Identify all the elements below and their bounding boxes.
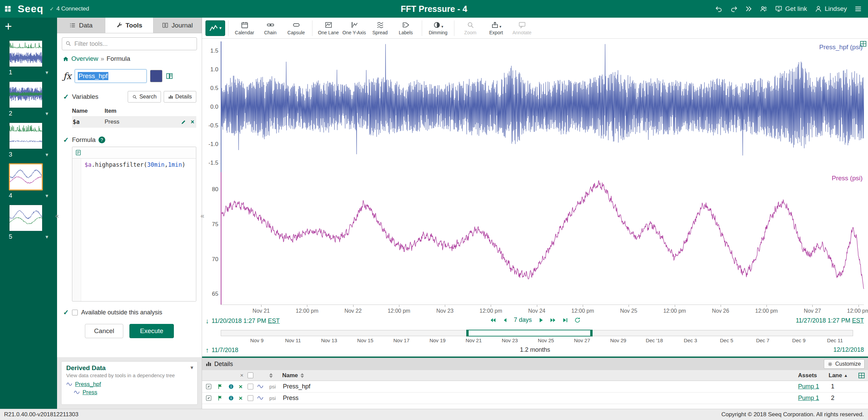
chevron-down-icon[interactable]: ▾ [46,234,48,240]
step-back-button[interactable] [502,317,508,324]
select-all-checkbox[interactable] [248,372,253,378]
worksheet-thumbnail[interactable] [9,163,43,190]
worksheet-item-4-selected[interactable]: 4▾ [0,162,57,200]
insert-template-icon[interactable] [75,149,82,156]
derived-data-title[interactable]: Derived Data [66,364,193,372]
collaborators-button[interactable] [760,5,767,13]
variables-details-button[interactable]: Details [164,91,196,103]
item-name[interactable]: Press [283,392,299,404]
toolbar-export[interactable]: ▾Export [483,19,509,38]
press-y-axis[interactable] [221,172,221,305]
connection-status[interactable]: ✓ 4 Connected [50,5,89,12]
chevron-down-icon[interactable]: ▾ [46,193,48,199]
toolbar-calendar[interactable]: Calendar [232,19,257,38]
remove-item-icon[interactable]: × [239,381,242,392]
details-col-assets[interactable]: Assets [798,370,817,381]
formula-code[interactable]: $a.highpassfilter(30min,1min) [81,159,189,301]
range-start-timezone[interactable]: EST [268,317,280,324]
chevron-down-icon[interactable]: ▾ [46,110,48,117]
toolbar-capsule[interactable]: Capsule [283,19,309,38]
skip-to-start-button[interactable] [489,317,496,324]
details-col-lane[interactable]: Lane▲ [829,370,848,381]
chevron-down-icon[interactable]: ▾ [191,364,193,371]
info-icon[interactable] [228,381,234,392]
item-properties-icon[interactable] [166,72,173,80]
toolbar-spread[interactable]: Spread [367,19,393,38]
undo-button[interactable] [715,5,723,13]
range-end-timezone[interactable]: EST [852,317,864,324]
chevron-down-icon[interactable]: ▾ [46,151,48,158]
add-worksheet-button[interactable]: + [5,20,12,33]
variables-search-button[interactable]: Search [128,91,161,103]
derived-item-link[interactable]: Press_hpf [75,381,101,388]
edit-variable-icon[interactable] [181,119,186,125]
user-menu-button[interactable]: Lindsey [815,5,847,13]
seeq-logo[interactable]: Seeq [18,3,43,15]
press-hpf-y-axis[interactable] [221,41,221,172]
timeline-selection[interactable] [466,330,593,336]
item-name[interactable]: Press_hpf [283,381,310,392]
collapse-tools-handle[interactable]: « [200,209,205,222]
worksheet-thumbnail[interactable] [9,122,43,149]
toolbar-labels[interactable]: Labels [393,19,419,38]
row-checkbox[interactable] [248,384,253,389]
redo-button[interactable] [730,5,738,13]
step-forward-button[interactable] [537,317,544,324]
x-axis[interactable] [221,305,864,305]
remove-variable-icon[interactable]: × [191,118,194,126]
collapse-worksheets-handle[interactable]: « [54,209,60,222]
available-checkbox[interactable] [72,310,78,315]
refresh-button[interactable] [574,317,581,324]
home-icon[interactable] [62,56,69,62]
breadcrumb-overview[interactable]: Overview [71,55,98,62]
color-swatch-button[interactable] [150,70,162,82]
edit-item-icon[interactable] [205,381,212,392]
timeline-start-date[interactable]: 11/7/2018 [212,347,238,354]
tab-data[interactable]: Data [57,18,105,33]
info-icon[interactable] [228,392,234,404]
range-end[interactable]: 11/27/2018 1:27 PM EST [796,317,864,324]
row-checkbox[interactable] [248,395,253,401]
toolbar-one-lane[interactable]: One Lane [315,19,341,38]
timeline-track[interactable] [221,330,853,336]
apps-grid-button[interactable] [4,5,12,13]
timeline-duration[interactable]: 1.2 months [520,346,550,353]
press-hpf-chart[interactable] [221,41,864,172]
column-settings-icon[interactable] [858,370,865,381]
derived-item[interactable]: Press [74,389,193,396]
range-start[interactable]: 11/20/2018 1:27 PM EST [212,317,280,325]
cancel-button[interactable]: Cancel [85,324,123,338]
details-row-press[interactable]: × psi Press Pump 1 2 [202,392,868,404]
main-menu-button[interactable] [854,5,862,13]
toolbar-one-y-axis[interactable]: One Y-Axis [341,19,367,38]
trend-view-button[interactable]: ▾ [205,20,225,36]
range-duration[interactable]: 7 days [514,316,532,324]
fast-forward-button[interactable] [549,317,556,324]
worksheet-item-2[interactable]: 2▾ [0,80,57,117]
get-link-button[interactable]: Get link [775,5,807,13]
details-col-name[interactable]: Name [282,370,304,381]
sort-icon[interactable] [269,370,273,381]
toolbar-dimming[interactable]: ▾Dimming [425,19,451,38]
tab-tools[interactable]: Tools [105,18,153,33]
worksheet-thumbnail[interactable] [9,81,43,108]
chevron-down-icon[interactable]: ▾ [46,69,48,76]
sort-icon[interactable] [301,373,304,378]
details-row-press-hpf[interactable]: × psi Press_hpf Pump 1 1 [202,381,868,392]
worksheet-item-3[interactable]: 3▾ [0,121,57,159]
worksheet-thumbnail[interactable] [9,40,43,67]
execute-button[interactable]: Execute [129,324,174,338]
worksheet-item-5[interactable]: 5▾ [0,203,57,241]
customize-button[interactable]: Customize [824,359,865,369]
worksheet-item-1[interactable]: 1▾ [0,39,57,76]
press-series-label[interactable]: Press (psi) [832,175,863,182]
remove-all-icon[interactable]: × [240,370,243,381]
filter-tools-input[interactable] [62,37,197,50]
press-hpf-series-label[interactable]: Press_hpf (psi) [819,43,863,51]
toolbar-chain[interactable]: Chain [257,19,283,38]
chart-options-icon[interactable] [860,40,867,48]
derived-item-link[interactable]: Press [83,389,97,396]
press-chart[interactable] [221,172,864,305]
asset-link[interactable]: Pump 1 [798,395,819,402]
edit-item-icon[interactable] [205,392,212,404]
